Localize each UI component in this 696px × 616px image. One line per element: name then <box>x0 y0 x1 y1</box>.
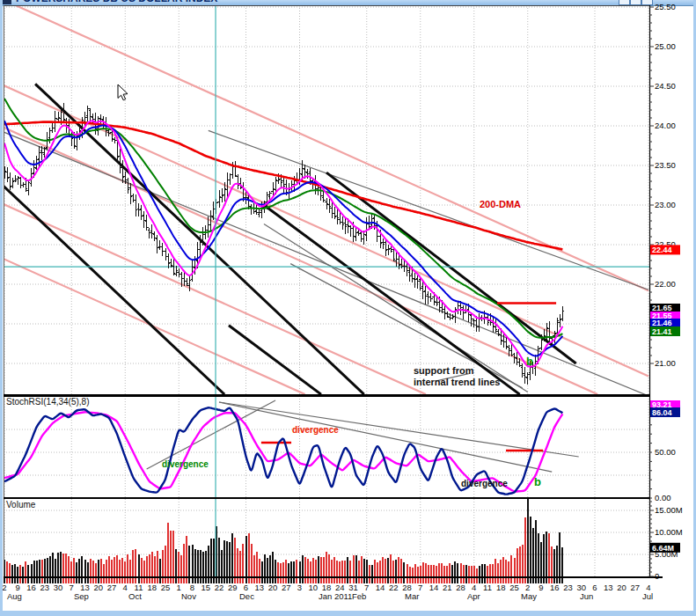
volume-bar <box>19 565 21 576</box>
volume-bar <box>379 561 381 576</box>
barcode-cell <box>251 577 253 583</box>
volume-bar <box>39 560 40 576</box>
volume-bar <box>304 557 306 576</box>
date-tick-label: 13 <box>604 583 613 592</box>
volume-bar <box>290 561 292 576</box>
volume-bar <box>231 533 233 576</box>
volume-bar <box>124 561 126 576</box>
volume-bar <box>400 559 402 576</box>
volume-bar <box>353 555 355 576</box>
volume-bar <box>361 556 363 576</box>
date-tick-label: 11 <box>483 583 492 592</box>
barcode-cell <box>492 577 494 583</box>
charting-app-window: { "window": { "title": "POWERSHARES DB U… <box>0 0 696 616</box>
volume-bar <box>226 541 228 576</box>
volume-bar <box>65 554 67 576</box>
volume-bar <box>108 556 110 576</box>
volume-bar <box>326 552 327 576</box>
price-axis-label: 24.50 <box>655 81 676 91</box>
volume-bar <box>517 548 518 576</box>
barcode-cell <box>451 577 453 583</box>
volume-bar <box>519 546 521 576</box>
annotation-b-price: b <box>526 355 533 368</box>
volume-bar <box>355 555 357 576</box>
barcode-cell <box>361 577 363 583</box>
barcode-cell <box>103 577 105 583</box>
volume-bar <box>138 554 140 576</box>
volume-bar <box>27 565 29 576</box>
volume-bar <box>468 566 470 576</box>
date-tick-label: 2 <box>2 583 6 592</box>
volume-bar <box>14 564 16 576</box>
price-badge-ma-slow: 21.41 <box>650 326 680 336</box>
month-label: Dec <box>239 591 254 601</box>
volume-bar <box>285 560 287 576</box>
volume-bar <box>237 548 238 576</box>
volume-bar <box>299 561 301 576</box>
separator-price-stoch <box>4 394 649 397</box>
volume-axis-label: 10.00M <box>655 527 683 537</box>
volume-bar <box>52 553 54 576</box>
price-axis-label: 25.50 <box>655 2 676 11</box>
volume-bar <box>47 558 48 576</box>
volume-bar <box>339 561 341 576</box>
volume-bar <box>296 560 297 576</box>
black-trend-line <box>229 326 321 394</box>
volume-bar <box>78 559 80 576</box>
volume-bar <box>532 528 534 576</box>
volume-bar <box>76 562 77 576</box>
volume-bar <box>492 564 494 576</box>
date-tick-label: 27 <box>282 583 291 592</box>
volume-bar <box>369 565 370 576</box>
date-tick-label: 16 <box>550 583 560 592</box>
chart-area[interactable]: 25.5025.0024.5024.0023.5023.0022.5022.00… <box>0 0 696 616</box>
axis-baseline <box>4 576 663 578</box>
barcode-cell <box>522 577 524 583</box>
volume-bar <box>183 544 185 576</box>
date-tick-label: 20 <box>268 583 278 592</box>
volume-bar <box>154 556 156 576</box>
month-label: Nov <box>181 591 196 601</box>
window-border-bottom <box>0 611 696 616</box>
volume-bar <box>527 499 529 576</box>
volume-bar <box>500 560 502 576</box>
volume-bar <box>320 557 322 576</box>
barcode-cell <box>318 577 319 583</box>
volume-bar <box>282 562 284 576</box>
volume-bar <box>302 555 304 576</box>
volume-bar <box>398 557 399 576</box>
annotation-200dma: 200-DMA <box>480 199 521 209</box>
barcode-cell <box>532 577 534 583</box>
volume-bar <box>242 544 244 576</box>
volume-bar <box>328 554 330 576</box>
date-tick-label: 9 <box>538 583 543 592</box>
volume-bar <box>390 554 392 576</box>
volume-bar <box>81 556 83 576</box>
volume-bar <box>508 561 509 576</box>
volume-bar <box>489 564 491 576</box>
gray-trend-line <box>209 130 648 290</box>
barcode-cell <box>290 577 292 583</box>
stoch-axis-label: 0.00 <box>655 493 671 502</box>
volume-bar <box>11 565 13 576</box>
barcode-cell <box>170 577 172 583</box>
barcode-cell <box>293 577 295 583</box>
date-tick-label: 15 <box>201 583 210 592</box>
barcode-cell <box>358 577 360 583</box>
volume-bar <box>264 554 266 576</box>
volume-bar <box>41 560 43 576</box>
volume-bar <box>275 560 276 576</box>
volume-axis-label: 0 <box>655 571 659 581</box>
volume-bar <box>387 558 389 576</box>
volume-bar <box>100 559 102 576</box>
volume-bar <box>559 532 560 576</box>
volume-bar <box>543 534 545 576</box>
volume-bar <box>251 544 253 576</box>
volume-bar <box>261 561 263 576</box>
volume-bar <box>433 565 435 576</box>
volume-bar <box>310 561 311 576</box>
volume-bar <box>208 546 209 576</box>
volume-bar <box>495 559 496 576</box>
volume-bar <box>371 565 373 576</box>
volume-bar <box>524 517 526 576</box>
